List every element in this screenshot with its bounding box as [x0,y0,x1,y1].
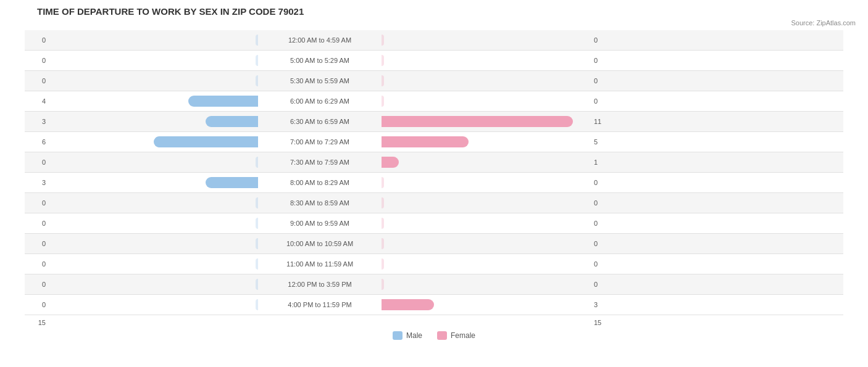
female-bar [382,55,384,66]
chart-row: 0 10:00 AM to 10:59 AM 0 [25,234,843,254]
female-bar-container [382,35,591,46]
female-bar-container [382,299,591,310]
chart-row: 0 12:00 AM to 4:59 AM 0 [25,30,843,51]
male-value: 0 [25,36,48,44]
female-bar [382,96,384,107]
chart-row: 3 8:00 AM to 8:29 AM 0 [25,173,843,193]
female-value: 0 [591,281,615,288]
male-bar-container [48,55,258,66]
male-value: 6 [25,138,48,146]
female-value: 0 [591,199,615,207]
female-value: 5 [591,138,615,146]
female-bar-container [382,55,591,66]
female-bar-container [382,258,591,270]
axis-row: 15 15 [12,315,856,326]
chart-row: 0 11:00 AM to 11:59 AM 0 [25,254,843,274]
male-value: 0 [25,281,48,288]
legend-male-box [393,331,403,340]
female-bar [382,116,573,127]
male-value: 0 [25,159,48,166]
chart-row: 0 7:30 AM to 7:59 AM 1 [25,152,843,173]
time-label: 12:00 AM to 4:59 AM [258,36,382,44]
chart-row: 0 5:00 AM to 5:29 AM 0 [25,51,843,71]
male-value: 0 [25,301,48,308]
female-bar [382,258,384,270]
chart-row: 6 7:00 AM to 7:29 AM 5 [25,132,843,152]
male-value: 0 [25,220,48,227]
female-bar [382,136,469,147]
female-value: 0 [591,220,615,227]
male-value: 0 [25,240,48,247]
time-label: 8:00 AM to 8:29 AM [258,179,382,186]
male-bar [256,197,258,208]
time-label: 10:00 AM to 10:59 AM [258,240,382,247]
male-bar-container [48,136,258,147]
time-label: 7:00 AM to 7:29 AM [258,138,382,146]
female-bar-container [382,197,591,208]
time-label: 6:00 AM to 6:29 AM [258,97,382,105]
axis-left-value: 15 [25,319,48,326]
chart-row: 3 6:30 AM to 6:59 AM 11 [25,112,843,132]
time-label: 9:00 AM to 9:59 AM [258,220,382,227]
male-bar [256,258,258,270]
male-bar-container [48,75,258,86]
time-label: 5:00 AM to 5:29 AM [258,57,382,64]
female-bar [382,218,384,229]
male-bar [206,177,258,188]
female-bar-container [382,157,591,168]
time-label: 4:00 PM to 11:59 PM [258,301,382,308]
female-value: 0 [591,77,615,85]
male-bar [154,136,258,147]
female-bar-container [382,116,591,127]
male-bar-container [48,218,258,229]
chart-row: 0 4:00 PM to 11:59 PM 3 [25,295,843,315]
time-label: 11:00 AM to 11:59 AM [258,260,382,268]
female-bar [382,279,384,290]
chart-title: TIME OF DEPARTURE TO WORK BY SEX IN ZIP … [12,6,856,17]
legend-female-label: Female [451,331,475,340]
time-label: 7:30 AM to 7:59 AM [258,159,382,166]
chart-row: 0 5:30 AM to 5:59 AM 0 [25,71,843,91]
female-bar [382,177,384,188]
female-bar [382,238,384,249]
male-bar-container [48,157,258,168]
male-bar [256,35,258,46]
male-bar [256,238,258,249]
male-bar-container [48,116,258,127]
axis-right-value: 15 [591,319,615,326]
male-value: 3 [25,179,48,186]
female-bar-container [382,177,591,188]
female-bar-container [382,96,591,107]
male-value: 0 [25,57,48,64]
male-bar-container [48,197,258,208]
male-bar [256,279,258,290]
male-bar-container [48,96,258,107]
female-value: 0 [591,260,615,268]
time-label: 12:00 PM to 3:59 PM [258,281,382,288]
source-label: Source: ZipAtlas.com [12,19,856,27]
chart-row: 4 6:00 AM to 6:29 AM 0 [25,91,843,112]
male-value: 4 [25,97,48,105]
legend-female: Female [437,331,475,340]
female-value: 0 [591,179,615,186]
male-value: 0 [25,199,48,207]
male-value: 0 [25,260,48,268]
female-value: 0 [591,36,615,44]
male-bar-container [48,258,258,270]
chart-row: 0 8:30 AM to 8:59 AM 0 [25,193,843,213]
legend-female-box [437,331,447,340]
male-bar [256,157,258,168]
male-bar-container [48,35,258,46]
male-bar [256,55,258,66]
female-value: 0 [591,97,615,105]
female-bar-container [382,136,591,147]
female-bar-container [382,218,591,229]
male-bar-container [48,279,258,290]
female-bar-container [382,238,591,249]
time-label: 6:30 AM to 6:59 AM [258,118,382,125]
chart-row: 0 12:00 PM to 3:59 PM 0 [25,274,843,295]
legend-male-label: Male [406,331,422,340]
male-bar [256,218,258,229]
male-value: 0 [25,77,48,85]
male-bar-container [48,177,258,188]
